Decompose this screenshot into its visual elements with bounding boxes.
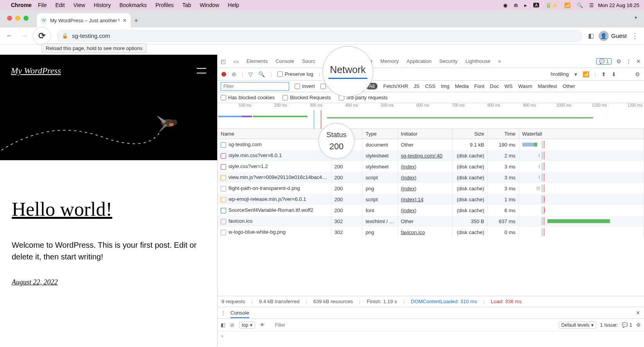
cell-initiator[interactable]: (index) (398, 161, 452, 172)
side-panel-icon[interactable]: ◧ (588, 32, 594, 39)
record-button[interactable] (221, 72, 226, 77)
filter-toggle-icon[interactable]: ▽ (248, 71, 253, 77)
url-bar[interactable]: 🔒 sg-testing.com (56, 30, 583, 42)
active-app-name[interactable]: Chrome (11, 2, 32, 8)
col-size[interactable]: Size (452, 129, 487, 139)
network-settings-icon[interactable]: ⚙ (635, 71, 640, 77)
post-title-link[interactable]: Hello world! (12, 198, 205, 220)
tab-sources[interactable]: Sourc (302, 58, 315, 64)
cell-initiator[interactable]: Other (398, 216, 452, 227)
device-toggle-icon[interactable]: ▭ (234, 58, 239, 64)
status-play-icon[interactable]: ▸ (524, 2, 527, 8)
preserve-log-checkbox[interactable]: Preserve log (277, 71, 313, 77)
col-type[interactable]: Type (362, 129, 398, 139)
cell-initiator[interactable]: sg-testing.com/:40 (398, 150, 452, 161)
devtools-close-icon[interactable]: ✕ (636, 58, 641, 64)
network-filter-input[interactable] (221, 82, 289, 91)
filter-ws[interactable]: WS (504, 83, 513, 89)
menu-help[interactable]: Help (228, 2, 239, 8)
console-filter-input[interactable] (273, 321, 554, 329)
import-har-icon[interactable]: ⬆ (601, 71, 606, 77)
console-settings-icon[interactable]: ⚙ (636, 322, 641, 328)
tab-close-button[interactable]: ✕ (122, 18, 127, 23)
tab-security[interactable]: Security (439, 58, 458, 64)
devtools-menu-icon[interactable]: ⋮ (626, 58, 631, 64)
filter-font[interactable]: Font (474, 83, 484, 89)
menu-profiles[interactable]: Profiles (155, 2, 174, 8)
minimize-window-button[interactable] (15, 16, 20, 21)
status-record-icon[interactable]: ◉ (503, 2, 507, 8)
table-row[interactable]: favicon.ico302text/html / …Other350 B837… (218, 216, 644, 227)
menu-view[interactable]: View (74, 2, 85, 8)
site-title-link[interactable]: My WordPress (11, 66, 206, 76)
tab-console[interactable]: Console (275, 58, 294, 64)
console-prompt[interactable]: › (218, 331, 644, 347)
search-icon[interactable]: 🔍 (258, 71, 265, 77)
forward-button[interactable]: → (18, 30, 31, 42)
invert-checkbox[interactable]: Invert (295, 83, 315, 89)
console-context-select[interactable]: top ▾ (239, 322, 255, 329)
post-date-link[interactable]: August 22, 2022 (12, 278, 205, 286)
status-airpods-icon[interactable]: ⋒ (514, 2, 518, 8)
drawer-tab-console[interactable]: Console (230, 308, 249, 318)
cell-initiator[interactable]: (index) (398, 205, 452, 216)
lock-icon[interactable]: 🔒 (62, 33, 68, 39)
reload-button[interactable]: ⟳ (33, 27, 51, 45)
new-tab-button[interactable]: + (131, 17, 142, 27)
table-row[interactable]: wp-emoji-release.min.js?ver=6.0.1200scri… (218, 194, 644, 205)
export-har-icon[interactable]: ⬇ (612, 71, 616, 77)
profile-button[interactable]: 👤 Guest (599, 31, 627, 41)
menu-file[interactable]: File (38, 2, 47, 8)
tab-application[interactable]: Application (407, 58, 432, 64)
filter-doc[interactable]: Doc (490, 83, 499, 89)
chrome-menu-button[interactable]: ⋮ (631, 32, 639, 40)
menu-bookmarks[interactable]: Bookmarks (119, 2, 147, 8)
table-row[interactable]: style.css?ver=1.2200stylesheet(index)(di… (218, 161, 644, 172)
menu-edit[interactable]: Edit (55, 2, 65, 8)
status-control-center-icon[interactable]: ☰ (589, 2, 594, 8)
col-name[interactable]: Name (218, 129, 331, 139)
console-sidebar-icon[interactable]: ◧ (221, 322, 225, 328)
network-conditions-icon[interactable]: 📶 (583, 71, 589, 77)
table-row[interactable]: flight-path-on-transparent-d.png200png(i… (218, 183, 644, 194)
cell-initiator[interactable]: (index):14 (398, 194, 452, 205)
menu-tab[interactable]: Tab (182, 2, 191, 8)
tab-memory[interactable]: Memory (380, 58, 399, 64)
network-timeline-overview[interactable]: 100 ms200 ms300 ms400 ms500 ms600 ms700 … (218, 103, 644, 129)
table-row[interactable]: view.min.js?ver=009e29110e016c14bac4…200… (218, 172, 644, 183)
col-time[interactable]: Time (487, 129, 519, 139)
menubar-clock[interactable]: Mon 22 Aug 16:25 (598, 2, 639, 8)
filter-js[interactable]: JS (414, 83, 419, 89)
has-blocked-cookies-checkbox[interactable]: Has blocked cookies (221, 95, 275, 100)
console-clear-icon[interactable]: ⊘ (230, 322, 234, 328)
drawer-close-icon[interactable]: ✕ (636, 310, 640, 316)
tabs-overflow-icon[interactable]: » (498, 58, 501, 64)
status-wifi-icon[interactable]: 📶 (564, 2, 570, 8)
console-issue-chip[interactable]: 💬 1 (622, 322, 632, 328)
menu-window[interactable]: Window (200, 2, 219, 8)
filter-fetch-xhr[interactable]: Fetch/XHR (383, 83, 408, 89)
clear-button[interactable]: ⊘ (232, 71, 236, 77)
console-levels-select[interactable]: Default levels ▾ (559, 322, 596, 329)
status-spotlight-icon[interactable]: 🔍 (577, 2, 583, 8)
menu-history[interactable]: History (94, 2, 111, 8)
status-app-icon[interactable]: A (533, 3, 539, 7)
drawer-menu-icon[interactable]: ⋮ (221, 310, 226, 316)
filter-media[interactable]: Media (455, 83, 469, 89)
cell-initiator[interactable]: (index) (398, 183, 452, 194)
throttling-select[interactable]: hrottling (550, 71, 568, 77)
filter-css[interactable]: CSS (425, 83, 435, 89)
table-row[interactable]: sg-testing.comdocumentOther9.1 kB190 ms (218, 139, 644, 150)
zoom-window-button[interactable] (23, 16, 29, 21)
devtools-settings-icon[interactable]: ⚙ (616, 58, 621, 64)
cell-initiator[interactable]: Other (398, 139, 452, 150)
hamburger-menu-button[interactable] (197, 68, 206, 73)
tab-elements[interactable]: Elements (246, 58, 268, 64)
inspect-element-icon[interactable]: ◰ (221, 58, 226, 64)
cell-initiator[interactable]: (index) (398, 172, 452, 183)
filter-img[interactable]: Img (441, 83, 450, 89)
table-row[interactable]: w-logo-blue-white-bg.png302pngfavicon.ic… (218, 227, 644, 238)
filter-manifest[interactable]: Manifest (538, 83, 557, 89)
status-battery-icon[interactable]: 🔋⚡ (545, 2, 558, 8)
browser-tab[interactable]: W My WordPress – Just another W ✕ (37, 13, 131, 27)
